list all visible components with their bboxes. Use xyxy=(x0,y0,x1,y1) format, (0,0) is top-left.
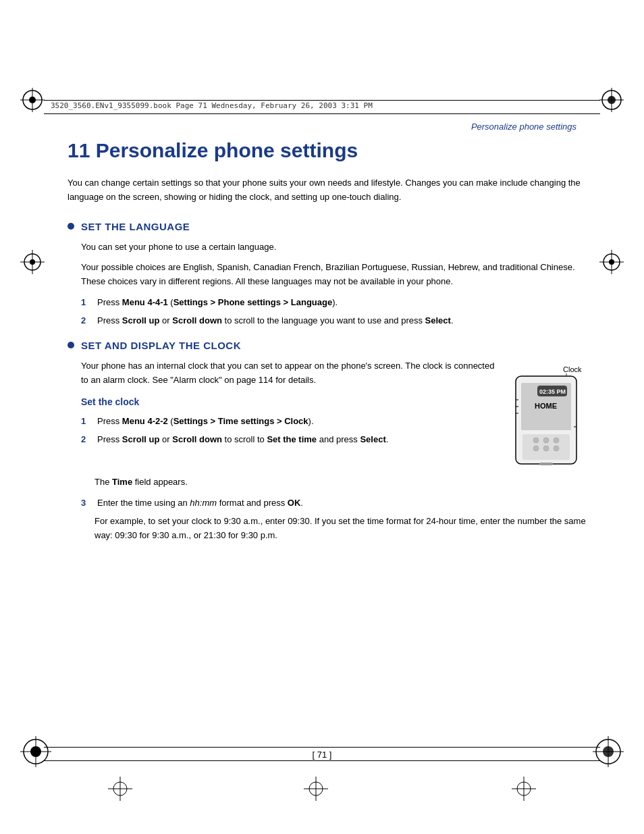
phone-illustration: Clock 02:35 PM HOME xyxy=(502,363,590,475)
language-step-1: 1 Press Menu 4-4-1 (Settings > Phone set… xyxy=(81,296,590,309)
set-clock-body: Your phone has an internal clock that yo… xyxy=(81,359,590,543)
set-language-steps: 1 Press Menu 4-4-1 (Settings > Phone set… xyxy=(81,296,590,328)
corner-mark-mr xyxy=(599,250,624,274)
main-content: 11 Personalize phone settings You can ch… xyxy=(68,138,590,550)
clock-step-2: 2 Press Scroll up or Scroll down to scro… xyxy=(81,433,495,446)
time-field-note: The Time field appears. xyxy=(95,475,590,490)
svg-point-46 xyxy=(543,438,549,443)
clock-section-layout: Your phone has an internal clock that yo… xyxy=(81,359,590,475)
svg-text:Clock: Clock xyxy=(563,365,582,373)
set-language-body: You can set your phone to use a certain … xyxy=(81,240,590,328)
clock-intro: Your phone has an internal clock that yo… xyxy=(81,359,495,388)
clock-step-3-text: Enter the time using an hh:mm format and… xyxy=(97,496,590,510)
chapter-title-text: Personalize phone settings xyxy=(96,139,358,161)
language-step-1-text: Press Menu 4-4-1 (Settings > Phone setti… xyxy=(97,296,590,309)
corner-mark-bl xyxy=(20,736,51,767)
corner-mark-bmm xyxy=(304,777,328,801)
intro-paragraph: You can change certain settings so that … xyxy=(68,176,590,205)
set-language-para1: You can set your phone to use a certain … xyxy=(81,240,590,255)
bottom-rule-bottom xyxy=(44,760,600,761)
corner-mark-br xyxy=(593,736,624,767)
svg-point-47 xyxy=(554,438,559,443)
set-clock-bullet xyxy=(68,342,74,348)
corner-mark-ml xyxy=(20,250,45,274)
header-rule-bottom xyxy=(44,113,600,114)
clock-step-2-text: Press Scroll up or Scroll down to scroll… xyxy=(97,433,495,446)
header-text: 3520_3560.ENv1_9355099.book Page 71 Wedn… xyxy=(51,101,593,110)
clock-step-3-number: 3 xyxy=(81,496,95,510)
page-container: 3520_3560.ENv1_9355099.book Page 71 Wedn… xyxy=(0,0,644,834)
set-clock-title: SET AND DISPLAY THE CLOCK xyxy=(81,340,241,351)
language-step-2: 2 Press Scroll up or Scroll down to scro… xyxy=(81,314,590,328)
set-language-bullet xyxy=(68,223,74,230)
page-header-section-label: Personalize phone settings xyxy=(471,122,576,132)
clock-step-3: 3 Enter the time using an hh:mm format a… xyxy=(81,496,590,510)
clock-step-1-number: 1 xyxy=(81,415,95,428)
clock-step-1: 1 Press Menu 4-2-2 (Settings > Time sett… xyxy=(81,415,495,428)
chapter-title: 11 Personalize phone settings xyxy=(68,138,590,163)
svg-point-49 xyxy=(543,446,549,451)
svg-text:02:35 PM: 02:35 PM xyxy=(539,388,566,395)
clock-example: For example, to set your clock to 9:30 a… xyxy=(95,515,590,543)
clock-step-2-number: 2 xyxy=(81,433,95,446)
bottom-rule-top xyxy=(44,747,600,748)
language-step-2-number: 2 xyxy=(81,314,95,328)
set-clock-heading: SET AND DISPLAY THE CLOCK xyxy=(68,340,590,351)
svg-text:HOME: HOME xyxy=(535,402,557,410)
page-number: [ 71 ] xyxy=(313,750,332,760)
svg-rect-51 xyxy=(539,463,553,465)
corner-mark-tr xyxy=(599,88,624,112)
set-language-title: SET THE LANGUAGE xyxy=(81,221,190,232)
clock-section-text: Your phone has an internal clock that yo… xyxy=(81,359,495,454)
svg-point-45 xyxy=(533,438,539,443)
svg-point-50 xyxy=(554,446,559,451)
chapter-number: 11 xyxy=(68,139,90,161)
set-clock-steps: 1 Press Menu 4-2-2 (Settings > Time sett… xyxy=(81,415,495,446)
set-language-para2: Your possible choices are English, Spani… xyxy=(81,261,590,289)
corner-mark-bmr xyxy=(512,777,536,801)
svg-point-48 xyxy=(533,446,539,451)
language-step-1-number: 1 xyxy=(81,296,95,309)
corner-mark-tl xyxy=(20,88,45,112)
header-rule-top xyxy=(44,100,600,101)
language-step-2-text: Press Scroll up or Scroll down to scroll… xyxy=(97,314,590,328)
set-language-heading: SET THE LANGUAGE xyxy=(68,221,590,232)
corner-mark-bml xyxy=(108,777,132,801)
set-clock-sub-title: Set the clock xyxy=(81,394,495,409)
clock-step-1-text: Press Menu 4-2-2 (Settings > Time settin… xyxy=(97,415,495,428)
